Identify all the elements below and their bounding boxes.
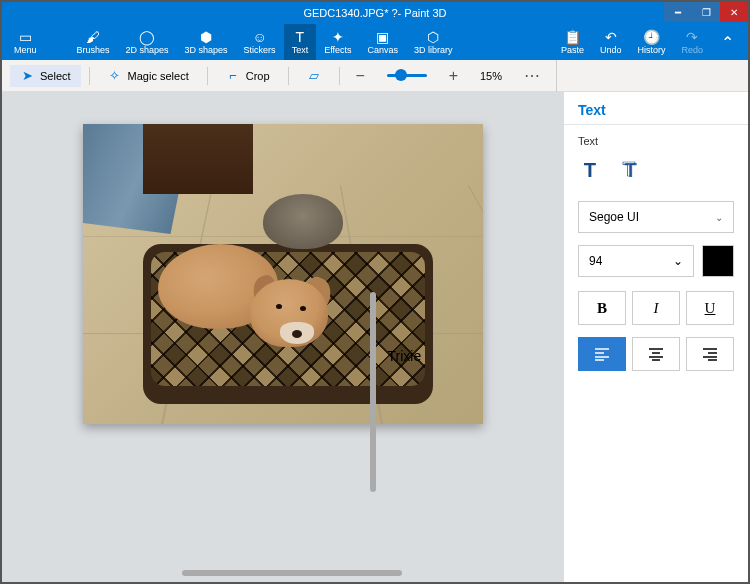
bold-button[interactable]: B: [578, 291, 626, 325]
redo-button[interactable]: ↷ Redo: [673, 24, 711, 60]
text-3d-icon: TT: [620, 159, 642, 181]
cursor-icon: ➤: [20, 69, 34, 83]
font-size-select[interactable]: 94 ⌄: [578, 245, 694, 277]
align-right-icon: [702, 347, 718, 361]
canvas-icon: ▣: [376, 29, 389, 45]
undo-button[interactable]: ↶ Undo: [592, 24, 630, 60]
close-button[interactable]: ✕: [720, 2, 748, 22]
align-left-icon: [594, 347, 610, 361]
3d-library-icon: ⬡: [427, 29, 439, 45]
canvas-viewport[interactable]: Trixie: [2, 92, 563, 582]
history-icon: 🕘: [643, 29, 660, 45]
undo-icon: ↶: [605, 29, 617, 45]
paste-button[interactable]: 📋 Paste: [553, 24, 592, 60]
vertical-scrollbar[interactable]: [370, 292, 376, 492]
3d-text-button[interactable]: TT: [618, 157, 644, 183]
3d-shapes-icon: ⬢: [200, 29, 212, 45]
align-center-icon: [648, 347, 664, 361]
text-section-label: Text: [564, 125, 748, 153]
minimize-button[interactable]: ━: [664, 2, 692, 22]
canvas-button[interactable]: ▣ Canvas: [360, 24, 407, 60]
stickers-button[interactable]: ☺ Stickers: [236, 24, 284, 60]
history-button[interactable]: 🕘 History: [629, 24, 673, 60]
separator: [288, 67, 289, 85]
brushes-button[interactable]: 🖌 Brushes: [69, 24, 118, 60]
effects-button[interactable]: ✦ Effects: [316, 24, 359, 60]
underline-button[interactable]: U: [686, 291, 734, 325]
flag-icon: ▱: [307, 69, 321, 83]
zoom-slider[interactable]: [381, 74, 433, 77]
2d-text-button[interactable]: T: [578, 157, 604, 183]
more-options-button[interactable]: ⋯: [516, 66, 548, 85]
select-tool[interactable]: ➤ Select: [10, 65, 81, 87]
effects-icon: ✦: [332, 29, 344, 45]
chevron-up-icon: ⌃: [721, 34, 734, 51]
chevron-down-icon: ⌄: [673, 254, 683, 268]
stickers-icon: ☺: [252, 29, 266, 45]
sub-toolbar: ➤ Select ✧ Magic select ⌐ Crop ▱ − + 15%…: [2, 60, 748, 92]
brush-icon: 🖌: [86, 29, 100, 45]
menu-button[interactable]: ▭ Menu: [6, 24, 45, 60]
svg-text:T: T: [623, 159, 636, 180]
text-button[interactable]: T Text: [284, 24, 317, 60]
text-properties-panel: Text Text T TT Segoe UI ⌄ 94 ⌄: [563, 92, 748, 582]
view-3d-tool[interactable]: ▱: [297, 65, 331, 87]
canvas-image[interactable]: Trixie: [83, 124, 483, 424]
font-family-select[interactable]: Segoe UI ⌄: [578, 201, 734, 233]
horizontal-scrollbar[interactable]: [182, 570, 402, 576]
3d-shapes-button[interactable]: ⬢ 3D shapes: [177, 24, 236, 60]
separator: [207, 67, 208, 85]
zoom-in-button[interactable]: +: [441, 67, 466, 85]
magic-select-icon: ✧: [108, 69, 122, 83]
separator: [339, 67, 340, 85]
title-bar: GEDC1340.JPG* ?- Paint 3D ━ ❐ ✕: [2, 2, 748, 24]
3d-library-button[interactable]: ⬡ 3D library: [406, 24, 461, 60]
separator: [89, 67, 90, 85]
text-icon: T: [296, 29, 305, 45]
align-left-button[interactable]: [578, 337, 626, 371]
panel-title: Text: [564, 92, 748, 125]
maximize-button[interactable]: ❐: [692, 2, 720, 22]
menu-icon: ▭: [19, 29, 32, 45]
crop-tool[interactable]: ⌐ Crop: [216, 65, 280, 87]
italic-button[interactable]: I: [632, 291, 680, 325]
align-right-button[interactable]: [686, 337, 734, 371]
align-center-button[interactable]: [632, 337, 680, 371]
text-color-swatch[interactable]: [702, 245, 734, 277]
chevron-down-icon: ⌄: [715, 212, 723, 223]
magic-select-tool[interactable]: ✧ Magic select: [98, 65, 199, 87]
svg-text:T: T: [584, 159, 597, 181]
zoom-out-button[interactable]: −: [348, 67, 373, 85]
crop-icon: ⌐: [226, 69, 240, 83]
2d-shapes-icon: ◯: [139, 29, 155, 45]
redo-icon: ↷: [686, 29, 698, 45]
paste-icon: 📋: [564, 29, 581, 45]
2d-shapes-button[interactable]: ◯ 2D shapes: [118, 24, 177, 60]
ribbon-toolbar: ▭ Menu 🖌 Brushes ◯ 2D shapes ⬢ 3D shapes…: [2, 24, 748, 60]
collapse-ribbon-button[interactable]: ⌃: [711, 33, 744, 52]
text-2d-icon: T: [580, 159, 602, 181]
canvas-text-label[interactable]: Trixie: [388, 348, 422, 364]
zoom-value[interactable]: 15%: [474, 70, 508, 82]
window-title: GEDC1340.JPG* ?- Paint 3D: [303, 7, 446, 19]
